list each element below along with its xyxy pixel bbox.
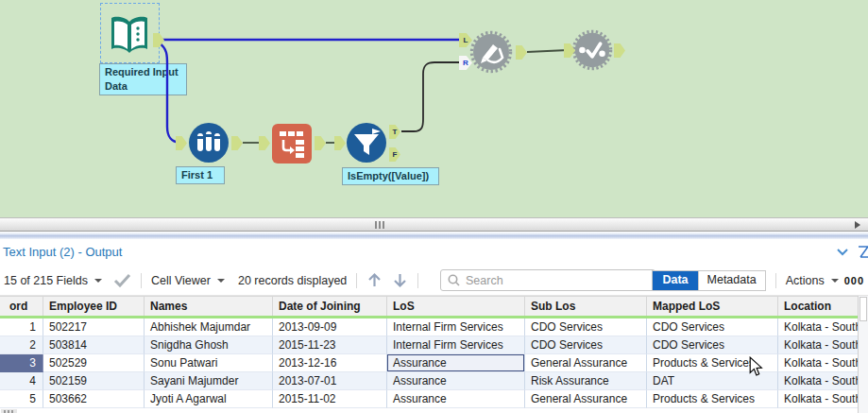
results-panel-title: Text Input (2) - Output	[3, 245, 122, 259]
table-cell[interactable]: Risk Assurance	[525, 372, 647, 390]
down-arrow-icon[interactable]	[392, 272, 408, 288]
column-header[interactable]: Location	[778, 297, 868, 316]
results-table: ordEmployee IDNamesDate of JoiningLoSSub…	[0, 296, 868, 413]
table-cell[interactable]: General Assurance	[525, 390, 647, 408]
column-header[interactable]: Date of Joining	[273, 297, 387, 316]
chevron-down-icon[interactable]	[831, 279, 839, 286]
data-metadata-toggle: Data Metadata	[652, 270, 765, 291]
table-cell[interactable]: CDO Services	[647, 336, 778, 354]
scrollbar-grip[interactable]	[375, 221, 384, 229]
filter-funnel-icon	[346, 122, 387, 163]
divider	[417, 273, 418, 288]
chevron-down-icon[interactable]	[94, 279, 102, 286]
column-header[interactable]: Employee ID	[43, 297, 145, 316]
column-header[interactable]: LoS	[387, 297, 525, 316]
record-number[interactable]: 4	[0, 372, 43, 390]
table-vertical-scrollbar[interactable]	[858, 296, 868, 413]
record-number[interactable]: 1	[0, 318, 43, 336]
macro-tool-join[interactable]	[468, 29, 514, 78]
gear-check-icon	[570, 28, 614, 72]
table-cell[interactable]: 2013-12-16	[273, 354, 387, 372]
actions-dropdown[interactable]: Actions	[786, 274, 825, 287]
table-cell[interactable]: CDO Services	[525, 336, 647, 354]
table-horizontal-scrollbar[interactable]	[0, 408, 868, 413]
search-box[interactable]	[440, 269, 655, 291]
table-cell[interactable]: Internal Firm Services	[387, 336, 525, 354]
table-header-row: ordEmployee IDNamesDate of JoiningLoSSub…	[0, 296, 868, 318]
table-cell[interactable]: Kolkata - South Ci	[778, 372, 868, 390]
table-cell[interactable]: 502529	[43, 354, 145, 372]
table-cell[interactable]: CDO Services	[647, 318, 778, 336]
apply-check-icon[interactable]	[113, 273, 131, 287]
data-tab[interactable]: Data	[653, 271, 697, 290]
table-cell[interactable]: 2013-09-09	[273, 318, 387, 336]
table-cell[interactable]: Products & Services	[647, 390, 778, 408]
scroll-right-arrow-icon[interactable]	[855, 221, 860, 229]
table-cell[interactable]: Sayani Majumder	[145, 372, 273, 390]
divider	[775, 273, 776, 288]
table-cell[interactable]: 502159	[43, 372, 145, 390]
mouse-cursor	[748, 356, 763, 377]
records-displayed-label: 20 records displayed	[238, 274, 347, 287]
text-input-tool[interactable]	[106, 11, 153, 62]
scrollbar-thumb[interactable]	[859, 297, 867, 321]
table-row: 5503662Jyoti A Agarwal2015-11-02Assuranc…	[0, 390, 868, 408]
table-cell[interactable]: Assurance	[387, 372, 525, 390]
table-cell[interactable]: 2015-11-23	[273, 336, 387, 354]
metadata-tab[interactable]: Metadata	[698, 271, 765, 290]
workflow-canvas[interactable]: Required Input Data First 1	[0, 0, 868, 217]
test-tubes-icon	[188, 122, 230, 163]
table-row: 4502159Sayani Majumder2013-07-01Assuranc…	[0, 372, 868, 390]
transpose-tool[interactable]	[271, 123, 313, 168]
table-cell[interactable]: Kolkata - South Ci	[778, 318, 868, 336]
table-cell[interactable]: Sonu Patwari	[145, 354, 273, 372]
table-cell[interactable]: 503814	[43, 336, 145, 354]
table-row: 1502217Abhishek Majumdar2013-09-09Intern…	[0, 318, 868, 336]
chevron-down-icon[interactable]	[836, 248, 849, 256]
table-cell[interactable]: Jyoti A Agarwal	[145, 390, 273, 408]
table-cell[interactable]: Abhishek Majumdar	[145, 318, 273, 336]
record-number[interactable]: 5	[0, 390, 43, 408]
column-header[interactable]: Names	[145, 297, 273, 316]
results-panel-header: Text Input (2) - Output	[0, 239, 868, 266]
column-header[interactable]: Sub Los	[525, 297, 647, 316]
canvas-horizontal-scrollbar[interactable]	[0, 217, 868, 232]
overflow-indicator: 000	[844, 275, 864, 286]
fields-dropdown[interactable]: 15 of 215 Fields	[4, 274, 88, 287]
gear-pen-icon	[468, 29, 514, 75]
table-cell[interactable]: General Assurance	[525, 354, 647, 372]
filter-tool[interactable]	[346, 122, 387, 167]
panel-popout-icon[interactable]	[858, 244, 868, 261]
search-icon	[448, 274, 460, 286]
macro-tool-check[interactable]	[570, 28, 614, 76]
table-cell[interactable]: Kolkata - South Ci	[778, 354, 868, 372]
table-cell[interactable]: Kolkata - South Ci	[778, 390, 868, 408]
panel-splitter[interactable]	[0, 232, 868, 239]
record-column-header[interactable]: ord	[0, 297, 43, 316]
alteryx-designer-window: Required Input Data First 1	[0, 0, 868, 413]
up-arrow-icon[interactable]	[366, 272, 383, 288]
scrollbar-grip[interactable]	[1, 409, 17, 413]
table-cell[interactable]: Internal Firm Services	[387, 318, 525, 336]
table-cell[interactable]: 502217	[43, 318, 145, 336]
cell-viewer-dropdown[interactable]: Cell Viewer	[151, 274, 211, 287]
results-toolbar: 15 of 215 Fields Cell Viewer 20 records …	[0, 266, 868, 296]
sample-tool[interactable]	[188, 122, 230, 167]
search-input[interactable]	[466, 274, 626, 287]
table-cell[interactable]: Assurance	[387, 354, 525, 372]
transpose-icon	[271, 123, 313, 164]
table-row: 3502529Sonu Patwari2013-12-16AssuranceGe…	[0, 354, 868, 372]
table-row: 2503814Snigdha Ghosh2015-11-23Internal F…	[0, 336, 868, 354]
record-number[interactable]: 2	[0, 336, 43, 354]
table-cell[interactable]: Snigdha Ghosh	[145, 336, 273, 354]
chevron-down-icon[interactable]	[217, 279, 225, 286]
column-header[interactable]: Mapped LoS	[647, 297, 778, 316]
table-cell[interactable]: CDO Services	[525, 318, 647, 336]
table-cell[interactable]: 2015-11-02	[273, 390, 387, 408]
book-icon	[106, 11, 153, 59]
table-cell[interactable]: 503662	[43, 390, 145, 408]
table-cell[interactable]: 2013-07-01	[273, 372, 387, 390]
record-number[interactable]: 3	[0, 354, 43, 372]
table-cell[interactable]: Assurance	[387, 390, 525, 408]
table-cell[interactable]: Kolkata - South Ci	[778, 336, 868, 354]
